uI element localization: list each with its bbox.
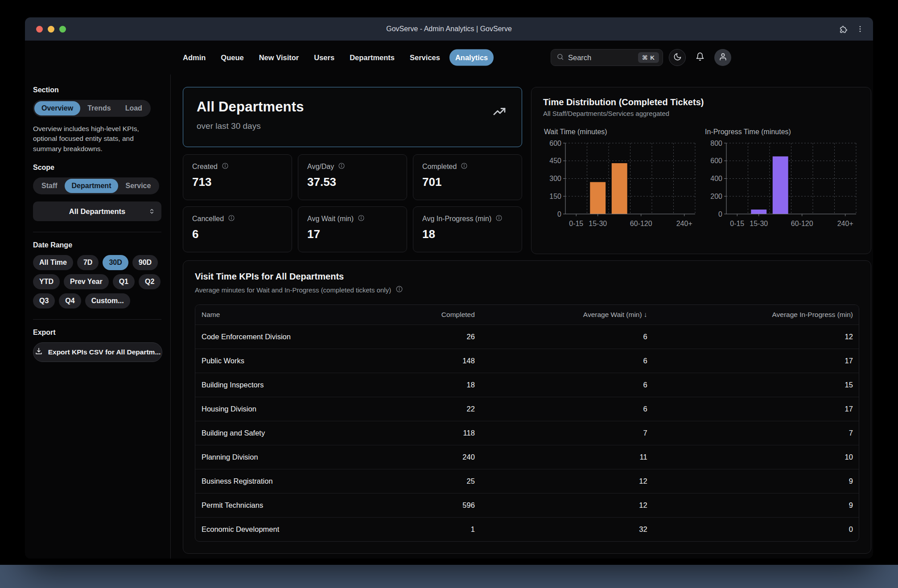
kpi-value: 701 [422, 175, 513, 189]
date-range-q1[interactable]: Q1 [113, 274, 135, 289]
svg-text:600: 600 [710, 157, 722, 164]
kpi-table: NameCompletedAverage Wait (min) ↓Average… [195, 304, 859, 542]
column-header-average-wait-min[interactable]: Average Wait (min) ↓ [481, 311, 653, 319]
export-csv-button[interactable]: Export KPIs CSV for All Departm... [33, 342, 162, 362]
export-label: Export [33, 329, 163, 337]
cell-value: 596 [394, 501, 480, 510]
info-icon[interactable] [395, 285, 403, 295]
scope-option-department[interactable]: Department [65, 179, 119, 193]
info-icon[interactable] [358, 214, 365, 223]
extensions-puzzle-icon[interactable] [839, 25, 847, 33]
section-option-trends[interactable]: Trends [80, 101, 118, 115]
nav-item-queue[interactable]: Queue [215, 49, 249, 66]
section-option-load[interactable]: Load [118, 101, 149, 115]
info-icon[interactable] [495, 214, 503, 223]
nav-item-services[interactable]: Services [404, 49, 446, 66]
column-header-average-in-progress-min[interactable]: Average In-Progress (min) [653, 311, 859, 319]
distribution-subtitle: All Staff/Departments/Services aggregate… [543, 110, 859, 117]
cell-value: 12 [481, 501, 653, 510]
date-range-prev-year[interactable]: Prev Year [64, 274, 109, 289]
cell-value: 12 [481, 477, 653, 485]
scope-segmented-control: StaffDepartmentService [33, 177, 159, 194]
cell-value: 6 [481, 333, 653, 341]
date-range-all-time[interactable]: All Time [33, 255, 73, 270]
kpi-label: Completed [422, 163, 457, 171]
kpi-grid: Created 713 Avg/Day 37.53 Completed [183, 154, 522, 252]
date-range-custom[interactable]: Custom... [85, 293, 130, 308]
bar-30-60 [773, 156, 788, 214]
date-range-7d[interactable]: 7D [77, 255, 99, 270]
column-header-completed[interactable]: Completed [394, 311, 480, 319]
info-icon[interactable] [222, 162, 229, 171]
notifications-button[interactable] [692, 49, 709, 66]
user-menu-button[interactable] [714, 49, 731, 66]
date-range-ytd[interactable]: YTD [33, 274, 60, 289]
scope-option-service[interactable]: Service [118, 179, 158, 193]
svg-text:300: 300 [549, 175, 561, 182]
search-icon [556, 53, 564, 62]
svg-text:150: 150 [549, 193, 561, 200]
svg-text:800: 800 [710, 140, 722, 147]
date-range-90d[interactable]: 90D [132, 255, 158, 270]
table-subtitle: Average minutes for Wait and In-Progress… [195, 286, 391, 294]
cell-value: 18 [394, 381, 480, 389]
kpi-card-avg-in-progress-min: Avg In-Progress (min) 18 [413, 206, 522, 252]
info-icon[interactable] [228, 214, 235, 223]
table-row-public-works: Public Works148617 [195, 349, 859, 373]
nav-item-analytics[interactable]: Analytics [449, 49, 494, 66]
kpi-value: 713 [192, 175, 283, 189]
distribution-title: Time Distribution (Completed Tickets) [543, 97, 859, 107]
minimize-window-button[interactable] [48, 26, 54, 33]
date-range-30d[interactable]: 30D [103, 255, 128, 270]
cell-value: 148 [394, 357, 480, 365]
kpi-card-created: Created 713 [183, 154, 292, 200]
info-icon[interactable] [461, 162, 468, 171]
close-window-button[interactable] [36, 26, 43, 33]
kpi-value: 18 [422, 227, 513, 241]
traffic-lights [36, 26, 66, 33]
svg-text:15-30: 15-30 [750, 220, 768, 227]
kpi-value: 17 [307, 227, 398, 241]
cell-value: 118 [394, 429, 480, 437]
sidebar-divider [33, 319, 161, 320]
kpi-card-cancelled: Cancelled 6 [183, 206, 292, 252]
scope-label: Scope [33, 164, 163, 172]
chart-title: Wait Time (minutes) [544, 128, 698, 136]
entity-select-value: All Departments [69, 207, 126, 216]
browser-window: GovServe - Admin Analytics | GovServe Ad… [25, 17, 873, 559]
table-header-row: NameCompletedAverage Wait (min) ↓Average… [195, 305, 859, 325]
date-range-pills: All Time7D30D90DYTDPrev YearQ1Q2Q3Q4Cust… [33, 255, 163, 308]
theme-toggle-button[interactable] [669, 49, 686, 66]
date-range-q2[interactable]: Q2 [139, 274, 161, 289]
charts-row: Wait Time (minutes)01503004506000-1515-3… [543, 128, 859, 234]
kebab-menu-icon[interactable] [856, 25, 864, 33]
date-range-q3[interactable]: Q3 [33, 293, 55, 308]
date-range-q4[interactable]: Q4 [59, 293, 81, 308]
search-shortcut-badge: ⌘ K [638, 52, 659, 63]
section-option-overview[interactable]: Overview [34, 101, 80, 115]
svg-text:60-120: 60-120 [630, 220, 652, 227]
search-input[interactable]: Search ⌘ K [551, 49, 663, 66]
cell-value: 17 [653, 357, 859, 365]
cell-name: Business Registration [195, 477, 394, 485]
time-distribution-panel: Time Distribution (Completed Tickets) Al… [531, 87, 871, 254]
cell-name: Housing Division [195, 405, 394, 413]
svg-text:0: 0 [718, 210, 722, 218]
nav-item-departments[interactable]: Departments [344, 49, 400, 66]
cell-value: 0 [653, 525, 859, 534]
nav-item-new-visitor[interactable]: New Visitor [253, 49, 305, 66]
nav-item-users[interactable]: Users [308, 49, 340, 66]
table-row-building-inspectors: Building Inspectors18615 [195, 373, 859, 397]
info-icon[interactable] [338, 162, 345, 171]
scope-option-staff[interactable]: Staff [34, 179, 65, 193]
wait-time-minutes-chart: Wait Time (minutes)01503004506000-1515-3… [543, 128, 698, 234]
column-header-name[interactable]: Name [195, 311, 394, 319]
cell-value: 12 [653, 333, 859, 341]
table-row-business-registration: Business Registration25129 [195, 469, 859, 493]
entity-select[interactable]: All Departments [33, 201, 161, 221]
main-nav: AdminQueueNew VisitorUsersDepartmentsSer… [177, 49, 494, 66]
table-row-planning-division: Planning Division2401110 [195, 445, 859, 469]
hero-card: All Departments over last 30 days [183, 87, 522, 147]
nav-item-admin[interactable]: Admin [177, 49, 211, 66]
maximize-window-button[interactable] [59, 26, 66, 33]
